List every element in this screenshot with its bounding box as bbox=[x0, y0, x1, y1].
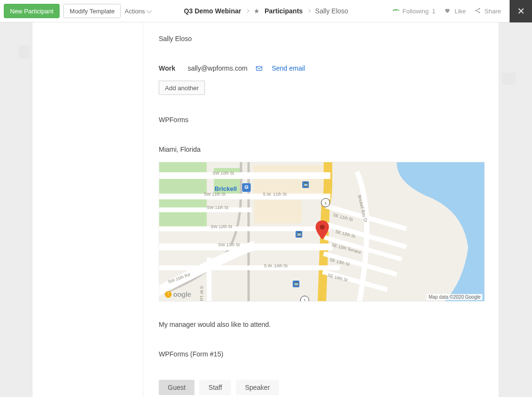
label-column bbox=[32, 22, 143, 397]
svg-rect-8 bbox=[254, 200, 302, 223]
value-comments: My manager would also like to attend. bbox=[159, 321, 483, 328]
svg-point-30 bbox=[246, 188, 246, 188]
role-speaker[interactable]: Speaker bbox=[236, 380, 279, 395]
field-location: Location Miami, Florida bbox=[159, 146, 483, 302]
heart-icon bbox=[444, 7, 451, 15]
following-label: Following bbox=[402, 8, 429, 15]
send-email-link[interactable]: Send email bbox=[272, 64, 305, 72]
svg-text:S.W. 14th St: S.W. 14th St bbox=[264, 263, 287, 268]
svg-point-31 bbox=[247, 188, 247, 188]
chevron-right-icon bbox=[246, 9, 249, 13]
value-email-row: Work sally@wpforms.com Send email bbox=[159, 64, 483, 72]
svg-rect-29 bbox=[246, 186, 247, 188]
share-label: Share bbox=[484, 8, 501, 15]
map-attribution: Map data ©2020 Google bbox=[427, 294, 482, 300]
svg-text:1: 1 bbox=[304, 298, 306, 302]
following-count: 1 bbox=[432, 8, 435, 15]
value-name: Sally Eloso bbox=[159, 35, 483, 42]
transit-icon: 🚍 bbox=[293, 281, 299, 287]
map-logo: ! oogle bbox=[165, 290, 191, 298]
like-button[interactable]: Like bbox=[444, 7, 466, 15]
email-type: Work bbox=[159, 64, 175, 72]
svg-text:SW 11th St: SW 11th St bbox=[207, 205, 229, 210]
svg-text:SW 13th St: SW 13th St bbox=[218, 242, 240, 247]
svg-text:SW 12th St: SW 12th St bbox=[211, 224, 233, 229]
share-icon bbox=[474, 7, 481, 15]
field-comments: Comments My manager would also like to a… bbox=[159, 321, 483, 328]
map-pin-icon bbox=[316, 220, 329, 240]
role-staff[interactable]: Staff bbox=[199, 380, 231, 395]
svg-text:SW 10th St: SW 10th St bbox=[213, 171, 235, 176]
role-guest[interactable]: Guest bbox=[159, 380, 194, 395]
detail-panel: Name Sally Eloso Email Work sally@wpform… bbox=[32, 22, 499, 397]
role-selector: Guest Staff Speaker bbox=[159, 380, 483, 395]
value-registered-from: WPForms (Form #15) bbox=[159, 350, 483, 358]
detail-body: Name Sally Eloso Email Work sally@wpform… bbox=[143, 22, 499, 397]
breadcrumb-root[interactable]: Q3 Demo Webinar bbox=[184, 7, 241, 15]
svg-text:1: 1 bbox=[325, 201, 327, 205]
actions-dropdown[interactable]: Actions bbox=[124, 8, 151, 15]
mail-icon bbox=[256, 64, 264, 72]
transit-icon: 🚍 bbox=[302, 181, 309, 188]
close-button[interactable] bbox=[510, 0, 532, 22]
svg-text:S W 1st Ave: S W 1st Ave bbox=[199, 286, 204, 302]
add-another-button[interactable]: Add another bbox=[159, 81, 205, 95]
transit-icon: 🚍 bbox=[296, 231, 302, 238]
modify-template-button[interactable]: Modify Template bbox=[63, 4, 121, 18]
email-address: sally@wpforms.com bbox=[188, 64, 247, 72]
map-station-label: Brickell bbox=[215, 185, 237, 192]
warning-icon: ! bbox=[165, 291, 172, 298]
chevron-right-icon bbox=[307, 9, 311, 13]
svg-text:SW 11th St: SW 11th St bbox=[204, 192, 226, 197]
following-button[interactable]: Following 1 bbox=[392, 7, 435, 15]
breadcrumb-leaf: Sally Eloso bbox=[315, 7, 348, 15]
field-role: Role Guest Staff Speaker bbox=[159, 380, 483, 395]
map-embed[interactable]: 1 1 SW 10th St SW 11th St S.W. 11th St S… bbox=[159, 162, 485, 302]
chevron-down-icon bbox=[146, 8, 152, 13]
share-button[interactable]: Share bbox=[474, 7, 501, 15]
new-participant-button[interactable]: New Participant bbox=[4, 4, 60, 18]
breadcrumb: Q3 Demo Webinar ★ Participants Sally Elo… bbox=[184, 7, 348, 15]
star-icon: ★ bbox=[254, 7, 260, 15]
field-name: Name Sally Eloso bbox=[159, 35, 483, 42]
svg-rect-4 bbox=[256, 66, 262, 70]
value-company: WPForms bbox=[159, 116, 483, 124]
toolbar-right: Following 1 Like Share bbox=[392, 0, 528, 22]
close-icon bbox=[518, 8, 524, 14]
like-label: Like bbox=[454, 8, 466, 15]
top-toolbar: New Participant Modify Template Actions … bbox=[0, 0, 532, 22]
svg-text:S.W. 11th St: S.W. 11th St bbox=[263, 192, 286, 197]
value-location: Miami, Florida bbox=[159, 146, 483, 153]
svg-point-32 bbox=[320, 225, 325, 230]
breadcrumb-participants[interactable]: Participants bbox=[265, 7, 303, 15]
broadcast-icon bbox=[390, 6, 401, 16]
field-email: Email Work sally@wpforms.com Send email … bbox=[159, 64, 483, 95]
google-text: oogle bbox=[173, 290, 191, 298]
metro-icon bbox=[242, 183, 251, 192]
actions-label: Actions bbox=[124, 8, 145, 15]
field-registered-from: Registered From WPForms (Form #15) bbox=[159, 350, 483, 358]
field-company: Company WPForms bbox=[159, 116, 483, 124]
